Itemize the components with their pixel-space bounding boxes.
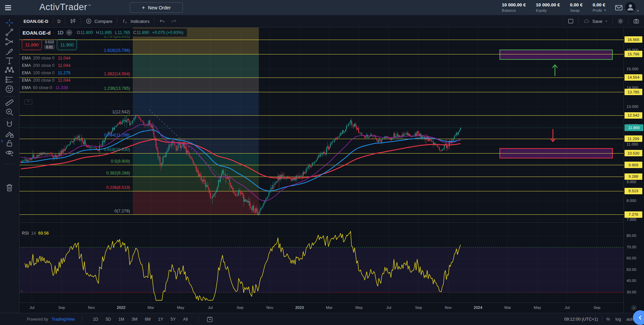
ohlc-o: O11.800	[77, 30, 93, 35]
fib-price-badge[interactable]: 9.288	[625, 173, 642, 180]
buy-button[interactable]: 11.900	[57, 39, 77, 50]
legend-collapse-button[interactable]: ^	[24, 99, 32, 105]
range-button-1d[interactable]: 1D	[90, 316, 101, 323]
symbol-search-button[interactable]: EOAN.GE-D	[19, 15, 53, 27]
fib-price-badge[interactable]: 13.785	[625, 89, 642, 95]
go-to-date-icon[interactable]	[206, 316, 213, 323]
remove-drawings-icon[interactable]	[4, 182, 14, 193]
magnet-icon[interactable]	[4, 119, 14, 129]
indicator-row-ema200[interactable]: EMA200 close 011.044	[22, 78, 187, 83]
up-arrow-drawing[interactable]	[553, 65, 557, 76]
range-button-5y[interactable]: 5Y	[168, 316, 179, 323]
scale-button-%[interactable]: %	[606, 317, 610, 322]
hide-series-icon[interactable]: –	[66, 30, 72, 36]
save-button[interactable]: Save	[579, 15, 612, 27]
legend-interval[interactable]: 1D	[57, 30, 64, 35]
menu-icon[interactable]	[4, 4, 12, 12]
legend-title-row: EOAN.GE-d · 1D – O11.800H11.895L11.765C1…	[22, 29, 187, 37]
xabcd-pattern-icon[interactable]	[4, 65, 14, 75]
sell-button[interactable]: 11.890	[22, 39, 42, 50]
expand-watchlist-chevron[interactable]	[0, 139, 4, 145]
rsi-legend[interactable]: RSI 14 69.56	[22, 231, 49, 236]
brush-icon[interactable]	[4, 46, 14, 56]
range-button-6m[interactable]: 6M	[142, 316, 154, 323]
indicator-row-ema50[interactable]: EMA50 close 011.338	[22, 85, 187, 90]
divider	[602, 316, 602, 323]
rsi-period: 14	[31, 231, 36, 236]
down-arrow-drawing[interactable]	[551, 129, 555, 141]
lock-all-icon[interactable]	[4, 138, 14, 148]
scale-button-log[interactable]: log	[615, 317, 621, 322]
interval-button[interactable]: D	[53, 15, 65, 27]
ohlc-value: 11.895	[99, 30, 112, 35]
fib-price-badge[interactable]: 15.796	[625, 51, 642, 57]
rsi-tick: 40.00	[627, 279, 636, 283]
spread-indicator: 0.010 0.01	[44, 40, 55, 49]
compare-button[interactable]: Compare	[81, 15, 117, 27]
fib-level-label: 0.236(8.519)	[19, 185, 130, 190]
account-stat-swap[interactable]: 0.00 €Swap	[570, 2, 583, 13]
fib-price-badge[interactable]: 11.299	[625, 135, 642, 142]
zoom-in-icon[interactable]	[4, 107, 14, 117]
fib-price-badge[interactable]: 8.519	[625, 188, 642, 194]
fib-price-badge[interactable]: 9.909	[625, 162, 642, 168]
indicators-button[interactable]: ƒx Indicators	[117, 15, 154, 27]
gear-icon	[617, 18, 624, 25]
fib-price-badge[interactable]: 12.542	[625, 112, 642, 119]
axis-settings-gear-icon[interactable]	[630, 304, 638, 312]
legend-symbol[interactable]: EOAN.GE-d	[23, 30, 50, 36]
indicator-row-ema200[interactable]: EMA200 close 011.044	[22, 63, 187, 68]
session-clock[interactable]: 09:12:00 (UTC+1)	[564, 317, 598, 322]
account-stat-balance[interactable]: 10 000.00 €Balance	[502, 2, 526, 13]
fib-price-badge[interactable]: 7.276	[625, 211, 642, 218]
fib-level-label: 0(7.276)	[19, 209, 130, 213]
ohlc-l: L11.765	[115, 30, 130, 35]
tradingview-link[interactable]: TradingView	[51, 317, 75, 322]
range-button-1m[interactable]: 1M	[115, 316, 127, 323]
drawing-lock-icon[interactable]	[4, 129, 14, 139]
price-axis[interactable]: 16.00015.00014.00013.00012.00011.00010.0…	[623, 27, 644, 313]
fib-price-badge[interactable]: 14.554	[625, 74, 642, 81]
chart-style-button[interactable]	[65, 15, 81, 27]
chart-settings-button[interactable]	[613, 15, 628, 27]
time-axis[interactable]: JulSepNov2022MarMayJulSepNov2023MarMayJu…	[19, 302, 623, 313]
stat-value: 10 000.00 €	[502, 2, 526, 8]
snapshot-button[interactable]	[629, 15, 644, 27]
trend-line-icon[interactable]	[4, 27, 14, 37]
top-bar: ActivTrader™ + New Order 10 000.00 €Bala…	[0, 0, 644, 15]
text-icon[interactable]	[4, 56, 14, 66]
rsi-pane-collapse-chevron[interactable]	[20, 289, 23, 294]
undo-button[interactable]	[154, 15, 170, 27]
chevron-down-icon[interactable]: ▼	[604, 9, 606, 12]
indicator-name: EMA	[22, 71, 31, 75]
account-stat-profit[interactable]: 0.00 €Profit▼	[593, 2, 606, 13]
fib-level-label: 0.382(9.288)	[19, 171, 130, 175]
indicator-params: 200 close 0	[33, 78, 54, 83]
stat-label: Swap	[570, 8, 583, 13]
indicator-row-ema100[interactable]: EMA100 close 011.275	[22, 70, 187, 75]
account-stat-equity[interactable]: 10 000.00 €Equity	[536, 2, 560, 13]
mail-icon[interactable]	[614, 3, 623, 12]
emoji-icon[interactable]	[4, 84, 14, 94]
ruler-icon[interactable]	[4, 97, 14, 108]
hide-all-icon[interactable]	[4, 148, 14, 158]
ohlc-key: C	[133, 30, 136, 35]
range-button-3m[interactable]: 3M	[129, 316, 140, 323]
new-order-button[interactable]: + New Order	[130, 2, 183, 13]
fib-price-badge[interactable]: 16.565	[625, 36, 642, 43]
indicator-row-ema200[interactable]: EMA200 close 011.044	[22, 55, 187, 60]
user-avatar[interactable]: ▼	[625, 2, 639, 12]
layout-button[interactable]	[563, 15, 578, 27]
forecast-icon[interactable]	[4, 75, 14, 85]
time-label: Nov	[88, 306, 95, 310]
range-button-5d[interactable]: 5D	[103, 316, 114, 323]
range-button-all[interactable]: All	[180, 316, 191, 323]
crosshair-icon[interactable]	[4, 18, 14, 28]
redo-button[interactable]	[170, 15, 182, 27]
fib-price-badge[interactable]: 10.530	[625, 150, 642, 156]
gann-fib-icon[interactable]	[4, 37, 14, 47]
current-price-badge[interactable]: 11.890	[625, 124, 643, 131]
range-button-1y[interactable]: 1Y	[155, 316, 166, 323]
indicator-value: 11.275	[58, 71, 70, 75]
stat-label: Equity	[536, 8, 560, 13]
